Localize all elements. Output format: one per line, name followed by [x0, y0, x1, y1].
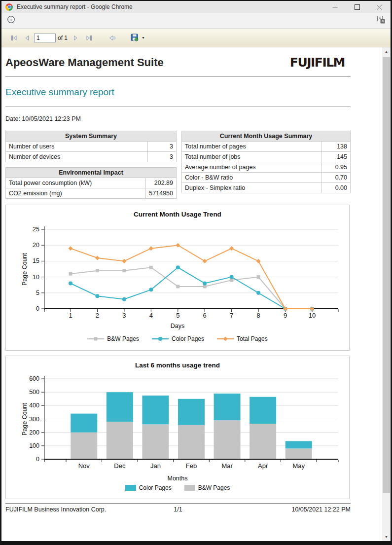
svg-text:Nov: Nov: [78, 462, 90, 470]
svg-text:600: 600: [29, 375, 39, 382]
svg-text:400: 400: [29, 402, 39, 409]
table-row: Average number of pages 0.95: [182, 162, 351, 173]
line-chart-svg: 051015202512345678910: [6, 222, 349, 322]
close-icon: [377, 4, 382, 10]
svg-text:10: 10: [309, 312, 316, 319]
svg-text:300: 300: [29, 416, 39, 423]
x-axis-label: Days: [6, 323, 349, 329]
page-info-button[interactable]: [7, 15, 15, 26]
x-axis-label: Months: [6, 475, 349, 482]
legend-swatch-diamond: [217, 336, 234, 341]
svg-text:May: May: [292, 462, 305, 470]
chart-legend: Color PagesB&W Pages: [6, 484, 349, 491]
divider: [5, 76, 351, 77]
chart-title: Current Month Usage Trend: [6, 211, 349, 218]
legend-item: Total Pages: [217, 335, 268, 342]
table-title: Environmental Impact: [6, 168, 177, 178]
svg-text:3: 3: [122, 312, 126, 319]
legend-swatch-square: [87, 336, 104, 341]
svg-text:4: 4: [149, 312, 153, 319]
legend-swatch-square: [125, 485, 136, 491]
scroll-up-icon[interactable]: ▲: [382, 47, 391, 56]
page-number-input[interactable]: [34, 34, 56, 42]
maximize-button[interactable]: [346, 1, 368, 13]
svg-text:Dec: Dec: [114, 462, 126, 470]
table-row: Total number of pages 138: [182, 142, 351, 152]
minimize-button[interactable]: [324, 1, 346, 13]
table-row: Total number of jobs 145: [182, 152, 351, 162]
svg-text:500: 500: [29, 389, 39, 396]
first-page-button[interactable]: [7, 32, 20, 44]
window-titlebar: Executive summary report - Google Chrome: [1, 1, 391, 13]
export-dropdown-caret[interactable]: ▼: [142, 36, 145, 39]
export-button[interactable]: ▼: [131, 34, 145, 42]
svg-text:7: 7: [230, 312, 233, 319]
environmental-impact-table: Environmental Impact Total power consump…: [5, 167, 177, 199]
divider: [5, 107, 351, 107]
report-page: ApeosWare Management Suite FUJIFILM Exec…: [5, 55, 351, 513]
table-row: Duplex - Simplex ratio 0.00: [182, 183, 351, 193]
svg-text:25: 25: [33, 226, 39, 233]
app-title: ApeosWare Management Suite: [5, 56, 164, 69]
svg-text:0: 0: [36, 305, 39, 312]
svg-text:100: 100: [29, 442, 39, 449]
report-toolbar: of 1 ▼: [1, 29, 391, 47]
legend-label: Color Pages: [172, 335, 204, 342]
report-header: ApeosWare Management Suite FUJIFILM: [5, 55, 351, 70]
legend-label: B&W Pages: [107, 335, 139, 342]
svg-text:1: 1: [69, 312, 72, 319]
next-page-button[interactable]: [70, 32, 82, 44]
report-title: Executive summary report: [5, 87, 351, 98]
location-bar: A a: [1, 13, 391, 29]
svg-text:9: 9: [284, 312, 287, 319]
chart-legend: B&W PagesColor PagesTotal Pages: [6, 335, 349, 342]
svg-text:2: 2: [96, 312, 99, 319]
legend-label: B&W Pages: [198, 484, 230, 491]
scroll-down-icon[interactable]: ▼: [382, 533, 391, 541]
svg-text:15: 15: [33, 257, 39, 264]
translate-button[interactable]: A a: [377, 16, 385, 26]
system-summary-table: System Summary Number of users 3 Number …: [5, 131, 177, 162]
table-row: CO2 emission (mg) 5714950: [6, 188, 177, 199]
back-to-parent-button[interactable]: [106, 32, 119, 44]
svg-text:10: 10: [33, 274, 39, 281]
translate-icon: A a: [377, 16, 385, 24]
vertical-scrollbar[interactable]: ▲ ▼: [382, 47, 391, 541]
close-button[interactable]: [368, 1, 391, 13]
svg-text:200: 200: [29, 429, 39, 436]
table-row: Number of devices 3: [6, 152, 177, 162]
usage-trend-line-chart: Current Month Usage Trend Page Count 051…: [5, 205, 350, 351]
six-month-usage-bar-chart: Last 6 months usage trend Page Count 010…: [5, 356, 350, 499]
legend-item: B&W Pages: [87, 335, 139, 342]
legend-item: Color Pages: [152, 335, 204, 342]
table-title: Current Month Usage Summary: [182, 131, 351, 142]
chrome-icon: [5, 3, 13, 11]
svg-text:5: 5: [36, 290, 39, 296]
legend-label: Color Pages: [139, 484, 172, 491]
footer-company: FUJIFILM Business Innovation Corp.: [5, 506, 130, 513]
chart-title: Last 6 months usage trend: [6, 362, 349, 369]
window-title: Executive summary report - Google Chrome: [17, 3, 324, 10]
svg-text:Mar: Mar: [221, 462, 233, 470]
svg-text:20: 20: [33, 242, 39, 249]
report-date: Date: 10/05/2021 12:23 PM: [5, 115, 351, 122]
maximize-icon: [355, 4, 360, 10]
scrollbar-thumb[interactable]: [383, 57, 390, 493]
previous-page-icon: [24, 35, 30, 41]
bar-chart-svg: 0100200300400500600NovDecJanFebMarAprMay: [6, 371, 349, 472]
table-row: Total power consumption (kW) 202.89: [6, 178, 177, 188]
previous-page-button[interactable]: [20, 32, 33, 44]
svg-text:8: 8: [256, 312, 260, 319]
legend-swatch-square: [184, 485, 195, 491]
summary-tables: System Summary Number of users 3 Number …: [5, 131, 351, 199]
svg-text:5: 5: [176, 312, 179, 319]
legend-label: Total Pages: [237, 335, 268, 342]
last-page-button[interactable]: [82, 32, 95, 44]
browser-window: Executive summary report - Google Chrome…: [0, 0, 392, 545]
footer-page-number: 1/1: [130, 506, 226, 513]
legend-item: B&W Pages: [184, 484, 230, 491]
legend-swatch-circle: [152, 336, 169, 341]
table-row: Number of users 3: [6, 142, 177, 152]
export-save-icon: [131, 34, 140, 42]
minimize-icon: [332, 4, 338, 10]
